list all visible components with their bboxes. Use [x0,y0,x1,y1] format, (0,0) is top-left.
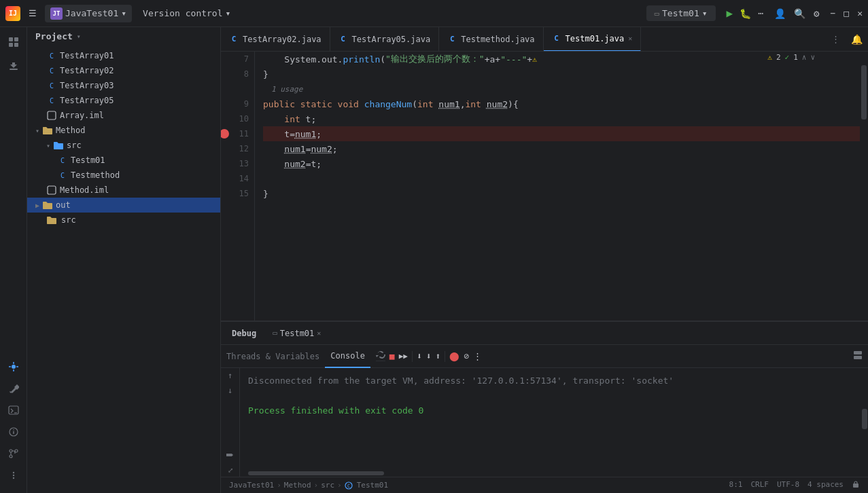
version-control-button[interactable]: Version control ▾ [137,5,236,21]
kw-system [263,54,284,65]
breadcrumb-javatest01[interactable]: JavaTest01 [229,481,274,490]
tab-console[interactable]: Console [325,345,370,368]
tab-label: Testm01.java [566,34,625,43]
run-config-file-icon: ▭ [273,329,277,337]
java-file-icon: C [46,50,57,61]
code-line-8: } [263,67,860,81]
java-icon: C [552,34,561,43]
sidebar-tool-icon[interactable] [4,379,23,398]
breadcrumb-method[interactable]: Method [284,481,311,490]
tree-item-testm01[interactable]: C Testm01 [27,153,220,168]
line-ending[interactable]: CRLF [750,480,769,490]
sidebar-terminal-icon[interactable] [4,401,23,420]
profile-icon[interactable]: 👤 [774,8,786,19]
tree-item-label: Method.iml [60,185,109,195]
bottom-tab-bar: Debug ▭ Testm01 ✕ [221,322,868,345]
code-editor: 7 8 9 10 11 12 13 14 15 ⚠ 2 [221,52,868,321]
more-button[interactable]: ⋯ [758,8,763,18]
sidebar-info-icon[interactable] [4,422,23,441]
tree-item-testmethod[interactable]: C Testmethod [27,168,220,183]
tree-item-testarray05[interactable]: C TestArray05 [27,93,220,108]
tree-item-array-iml[interactable]: Array.iml [27,108,220,123]
breadcrumb-testm01[interactable]: Testm01 [357,481,388,490]
toolbar-stop-button[interactable]: ■ [389,351,395,361]
menu-button[interactable]: ☰ [26,5,39,21]
window-controls: − □ ✕ [831,8,863,18]
tab-threads-variables[interactable]: Threads & Variables [221,345,325,368]
maximize-button[interactable]: □ [844,8,849,18]
settings-icon[interactable]: ⚙ [814,8,819,19]
toolbar-stepover-button[interactable]: ⬇ [417,351,422,361]
tab-more-button[interactable]: ⋮ [826,34,846,44]
tab-testarray02[interactable]: C TestArray02.java [221,27,330,52]
tree-item-src2[interactable]: src [27,213,220,227]
soft-wrap-button[interactable] [226,449,235,458]
sidebar-project-icon[interactable] [4,33,23,52]
sidebar-more-icon[interactable] [4,466,23,485]
tab-testarray05[interactable]: C TestArray05.java [330,27,440,52]
usage-hint-row[interactable]: 1 usage [263,81,860,96]
toolbar-stepout-button[interactable]: ⬆ [436,351,441,361]
toolbar-more-button[interactable]: ⋮ [473,351,482,361]
bottom-tab-debug[interactable]: Debug [226,322,262,345]
tab-testm01[interactable]: C Testm01.java ✕ [544,27,642,52]
toolbar-rerun-button[interactable] [376,351,385,361]
sidebar-git-icon[interactable] [4,444,23,463]
toolbar-resume-button[interactable]: ▶▶ [399,352,408,361]
code-line-11: t=num1; [263,126,860,141]
console-horizontal-scrollbar[interactable] [240,470,861,477]
vertical-scroll-thumb [862,409,867,429]
breadcrumb-sep3: › [337,481,342,490]
project-switcher[interactable]: JT JavaTest01 ▾ [45,5,132,22]
editor-area: C TestArray02.java C TestArray05.java C … [221,27,868,493]
toolbar-stepinto-button[interactable]: ⬇ [426,351,432,361]
encoding[interactable]: UTF-8 [777,480,799,490]
toolbar-mute-button[interactable]: ⬤ [449,351,459,361]
notifications-button[interactable]: 🔔 [846,34,868,45]
indent-setting[interactable]: 4 spaces [808,480,844,490]
tree-item-method[interactable]: ▾ Method [27,123,220,138]
tree-item-out[interactable]: ▶ out [27,198,220,213]
sidebar-debug-icon[interactable] [4,357,23,376]
run-button[interactable]: ▶ [727,7,733,20]
bottom-run-config-tab[interactable]: ▭ Testm01 ✕ [267,322,326,345]
tab-close-button[interactable]: ✕ [628,35,632,42]
tree-item-method-iml[interactable]: Method.iml [27,183,220,198]
tree-item-testarray03[interactable]: C TestArray03 [27,78,220,93]
scroll-down-button[interactable]: ↓ [228,386,232,395]
tab-label: Console [330,351,365,361]
editor-scrollbar[interactable] [860,52,868,321]
tab-label: Threads & Variables [226,352,319,361]
bottom-close-icon[interactable]: ✕ [317,329,321,337]
tree-item-label: TestArray02 [60,66,114,75]
console-line-3: Process finished with exit code 0 [248,403,853,418]
tree-item-src[interactable]: ▾ src [27,138,220,153]
layout-button[interactable] [853,350,868,362]
tab-testmethod[interactable]: C Testmethod.java [439,27,543,52]
scroll-up-button[interactable]: ↑ [228,371,232,380]
usage-hint[interactable]: 1 usage [271,85,302,94]
breadcrumb-src[interactable]: src [321,481,334,490]
cursor-position[interactable]: 8:1 [729,480,743,490]
console-vertical-scrollbar[interactable] [861,368,868,477]
debug-button[interactable]: 🐛 [740,8,751,19]
nav-down-icon[interactable]: ∨ [810,53,815,62]
project-header: Project ▾ [27,27,220,45]
code-content[interactable]: ⚠ 2 ✓ 1 ∧ ∨ System.out.println("输出交换后的两个… [255,52,860,321]
breadcrumb-sep1: › [277,481,281,490]
line-number-14: 14 [221,171,254,186]
bottom-panel: Debug ▭ Testm01 ✕ Threads & Variables Co… [221,321,868,477]
nav-up-icon[interactable]: ∧ [802,53,807,62]
tree-item-testarray01[interactable]: C TestArray01 [27,48,220,63]
minimize-button[interactable]: − [831,8,836,18]
close-button[interactable]: ✕ [857,8,863,18]
tree-item-testarray02[interactable]: C TestArray02 [27,63,220,78]
expand-icon[interactable]: ⤢ [228,467,233,474]
run-config-selector[interactable]: ▭ Testm01 ▾ [646,5,716,21]
sidebar-plugins-icon[interactable] [4,57,23,76]
search-icon[interactable]: 🔍 [794,8,805,19]
vc-chevron-icon: ▾ [226,8,231,18]
svg-rect-1 [14,37,18,41]
toolbar-clear-button[interactable]: ⊘ [464,351,469,361]
title-bar-right: 👤 🔍 ⚙ [774,8,819,19]
